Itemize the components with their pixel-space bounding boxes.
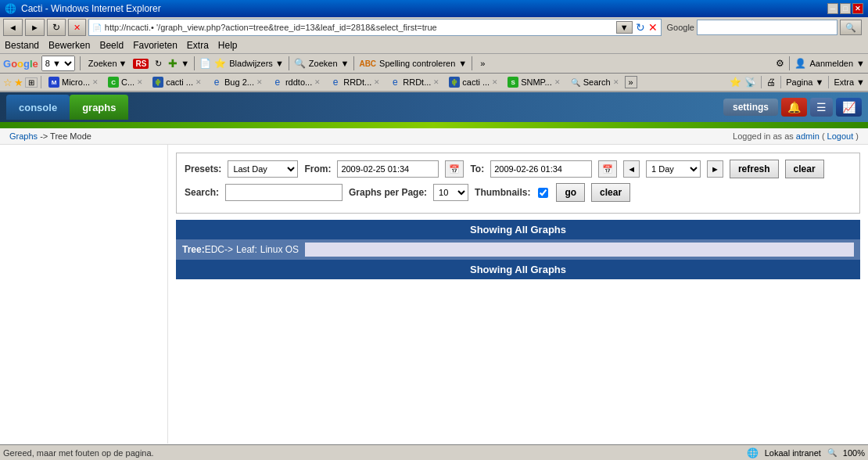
logout-link[interactable]: Logout	[827, 131, 854, 141]
fav-rrdt2-icon: e	[389, 77, 400, 88]
tree-info-row: Tree: EDC-> Leaf: Linux OS	[176, 239, 860, 260]
fav-item-rddto[interactable]: e rddto... ✕	[268, 75, 325, 89]
breadcrumb-separator: ->	[40, 131, 50, 141]
from-calendar-button[interactable]: 📅	[445, 160, 464, 178]
window-controls[interactable]: ─ □ ✕	[827, 3, 863, 14]
toolbar-plus: ✚	[168, 57, 178, 70]
minimize-button[interactable]: ─	[827, 3, 838, 14]
google-account-select[interactable]: 8 ▼	[41, 56, 75, 71]
fav-micro-icon: M	[48, 77, 59, 88]
fav-cacti1-icon: 🌵	[152, 77, 163, 88]
address-bar-row: ◄ ► ↻ ✕ 📄 http://ncacti.• '/graph_view.p…	[0, 17, 868, 38]
maximize-button[interactable]: □	[840, 3, 851, 14]
login-paren-open: (	[822, 131, 825, 141]
fav-item-search[interactable]: 🔍 Search ✕	[566, 75, 623, 89]
main-panel: Presets: Last Day From: 📅 To: 📅 ◄ 1 Day …	[168, 145, 868, 444]
fav-item-cacti2[interactable]: 🌵 cacti ... ✕	[445, 75, 502, 89]
toolbar-more-button[interactable]: »	[477, 57, 488, 70]
nav-tab-graphs[interactable]: graphs	[70, 95, 128, 120]
fav-rddto-label: rddto...	[285, 77, 312, 87]
toolbar-right: ⚙ 👤 Aanmelden ▼	[776, 56, 865, 70]
fav-rrdt1-label: RRDt...	[343, 77, 371, 87]
search-input[interactable]	[225, 184, 343, 201]
fav-star2-icon: ★	[14, 77, 23, 88]
to-calendar-button[interactable]: 📅	[598, 160, 617, 178]
fav-item-cacti1[interactable]: 🌵 cacti ... ✕	[149, 75, 206, 89]
clear-button-2[interactable]: clear	[591, 183, 630, 202]
toolbar-spelling-icon: ABC	[359, 59, 376, 68]
next-time-button[interactable]: ►	[707, 160, 723, 178]
toolbar-zoeken2-label[interactable]: Zoeken	[309, 59, 338, 68]
toolbar-aanmelden-label[interactable]: Aanmelden	[809, 59, 853, 68]
fav-new-tab[interactable]: ⊞	[25, 77, 38, 88]
tree-value: EDC->	[205, 244, 233, 255]
stop-button[interactable]: ✕	[68, 19, 86, 36]
graphs-per-page-select[interactable]: 10	[433, 184, 468, 201]
toolbar-spelling-label[interactable]: Spelling controleren	[379, 59, 455, 68]
fav-more-button[interactable]: »	[625, 76, 637, 88]
toolbar-aanmelden-arrow: ▼	[856, 59, 865, 68]
refresh-browser-button[interactable]: ↻	[47, 19, 66, 36]
menu-beeld[interactable]: Beeld	[99, 40, 124, 51]
fav-nav-icon1: ⭐	[730, 77, 741, 88]
thumbnails-checkbox[interactable]	[538, 188, 548, 198]
title-bar: 🌐 Cacti - Windows Internet Explorer ─ □ …	[0, 0, 868, 17]
google-search-button[interactable]: 🔍	[840, 20, 862, 35]
time-range-select[interactable]: 1 Day	[646, 160, 701, 178]
fav-rddto-icon: e	[272, 77, 283, 88]
favorites-bar: ☆ ★ ⊞ M Micro... ✕ C C... ✕ 🌵 cacti ... …	[0, 74, 868, 92]
fav-item-rrdt2[interactable]: e RRDt... ✕	[386, 75, 443, 89]
nav-alert-button[interactable]: 🔔	[781, 98, 807, 117]
fav-search-icon: 🔍	[570, 77, 581, 88]
fav-item-micro[interactable]: M Micro... ✕	[45, 75, 102, 89]
menu-bewerken[interactable]: Bewerken	[48, 40, 90, 51]
toolbar-separator-3	[289, 56, 289, 70]
to-input[interactable]	[490, 160, 592, 178]
refresh-button[interactable]: refresh	[730, 160, 779, 178]
menu-bestand[interactable]: Bestand	[5, 40, 39, 51]
toolbar-refresh[interactable]: ↻	[152, 56, 165, 71]
forward-button[interactable]: ►	[25, 19, 45, 36]
nav-settings-button[interactable]: settings	[723, 99, 778, 116]
fav-rrdt1-icon: e	[330, 77, 341, 88]
toolbar-more-icons: ▼	[181, 59, 189, 68]
fav-snmp-label: SNMP...	[521, 77, 552, 87]
clear-button-1[interactable]: clear	[785, 160, 824, 178]
toolbar-zoeken[interactable]: Zoeken ▼	[85, 56, 131, 70]
google-search-bar: Google 🔍	[664, 20, 865, 35]
toolbar-person-icon: 👤	[794, 58, 806, 69]
breadcrumb-graphs-link[interactable]: Graphs	[9, 131, 38, 141]
fav-cacti2-label: cacti ...	[462, 77, 490, 87]
toolbar-zoeken2-arrow: ▼	[341, 59, 350, 68]
nav-graph-button[interactable]: 📈	[836, 98, 862, 117]
fav-item-c[interactable]: C C... ✕	[104, 75, 147, 89]
login-user: admin	[796, 131, 820, 141]
menu-favorieten[interactable]: Favorieten	[133, 40, 178, 51]
go-button[interactable]: go	[556, 183, 585, 202]
nav-menu-button[interactable]: ☰	[810, 98, 833, 117]
address-go-button[interactable]: ▼	[616, 21, 633, 34]
close-button[interactable]: ✕	[852, 3, 863, 14]
fav-c-icon: C	[108, 77, 119, 88]
address-icon: 📄	[92, 23, 102, 32]
prev-time-button[interactable]: ◄	[623, 160, 640, 178]
presets-select[interactable]: Last Day	[228, 160, 298, 178]
toolbar-settings-icon[interactable]: ⚙	[776, 58, 784, 69]
fav-item-rrdt1[interactable]: e RRDt... ✕	[326, 75, 384, 89]
google-search-input[interactable]	[697, 20, 838, 35]
menu-help[interactable]: Help	[218, 40, 238, 51]
results-header-1: Showing All Graphs	[176, 220, 860, 239]
fav-bug-label: Bug 2...	[224, 77, 254, 87]
menu-extra[interactable]: Extra	[187, 40, 209, 51]
fav-snmp-icon: S	[508, 77, 518, 88]
from-input[interactable]	[337, 160, 439, 178]
fav-rrdt2-label: RRDt...	[403, 77, 431, 87]
back-button[interactable]: ◄	[3, 19, 23, 36]
fav-micro-label: Micro...	[62, 77, 90, 87]
toolbar-separator-4	[353, 56, 354, 70]
nav-tab-console[interactable]: console	[6, 95, 70, 120]
fav-item-bug[interactable]: e Bug 2... ✕	[207, 75, 267, 89]
fav-item-snmp[interactable]: S SNMP... ✕	[504, 75, 565, 89]
controls-row-1: Presets: Last Day From: 📅 To: 📅 ◄ 1 Day …	[185, 160, 852, 178]
address-bar[interactable]: 📄 http://ncacti.• '/graph_view.php?actio…	[88, 19, 662, 36]
